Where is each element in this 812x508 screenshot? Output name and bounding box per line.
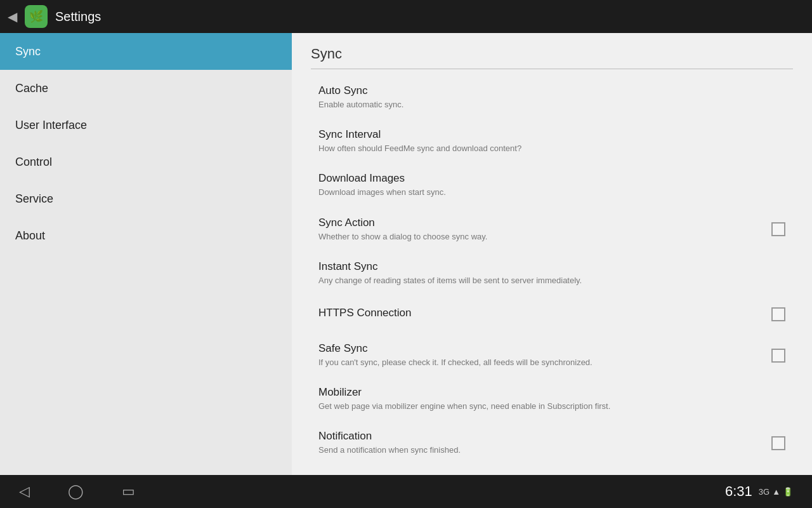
setting-desc-sync-action: Whether to show a dialog to choose sync …: [318, 231, 764, 243]
setting-desc-auto-sync: Enable automatic sync.: [318, 99, 785, 110]
sidebar-item-about[interactable]: About: [0, 217, 292, 254]
setting-text-mobilizer: MobilizerGet web page via mobilizer engi…: [318, 386, 785, 412]
sidebar-item-cache[interactable]: Cache: [0, 70, 292, 107]
setting-title-download-images: Download Images: [318, 172, 785, 185]
setting-title-sync-action: Sync Action: [318, 217, 764, 229]
setting-title-notification: Notification: [318, 430, 764, 443]
setting-text-safe-sync: Safe SyncIf you can't sync, please check…: [318, 342, 764, 368]
sidebar: SyncCacheUser InterfaceControlServiceAbo…: [0, 33, 292, 508]
nav-back-icon[interactable]: ◁: [19, 483, 30, 500]
setting-row-notification[interactable]: NotificationSend a notification when syn…: [311, 421, 793, 465]
setting-row-sync-action[interactable]: Sync ActionWhether to show a dialog to c…: [311, 208, 793, 251]
settings-list: Auto SyncEnable automatic sync.Sync Inte…: [311, 76, 793, 504]
setting-row-instant-sync[interactable]: Instant SyncAny change of reading states…: [311, 251, 793, 295]
setting-title-sync-interval: Sync Interval: [318, 128, 785, 141]
panel-title: Sync: [311, 46, 793, 62]
main-layout: SyncCacheUser InterfaceControlServiceAbo…: [0, 33, 812, 508]
nav-home-icon[interactable]: ◯: [68, 483, 84, 500]
setting-title-instant-sync: Instant Sync: [318, 260, 785, 273]
content-panel: Sync Auto SyncEnable automatic sync.Sync…: [292, 33, 812, 508]
setting-text-sync-interval: Sync IntervalHow often should FeedMe syn…: [318, 128, 785, 154]
sidebar-item-user-interface[interactable]: User Interface: [0, 107, 292, 144]
setting-desc-mobilizer: Get web page via mobilizer engine when s…: [318, 401, 785, 412]
setting-row-safe-sync[interactable]: Safe SyncIf you can't sync, please check…: [311, 333, 793, 377]
setting-desc-download-images: Download images when start sync.: [318, 187, 785, 198]
topbar-title: Settings: [55, 10, 101, 24]
panel-divider: [311, 69, 793, 69]
setting-row-auto-sync[interactable]: Auto SyncEnable automatic sync.: [311, 76, 793, 119]
signal-icon: ▲: [772, 487, 780, 497]
setting-desc-safe-sync: If you can't sync, please check it. If c…: [318, 357, 764, 368]
setting-row-https-connection[interactable]: HTTPS Connection: [311, 295, 793, 333]
topbar: ◀ 🌿 Settings: [0, 0, 812, 33]
app-icon: 🌿: [25, 5, 48, 28]
setting-checkbox-sync-action[interactable]: [771, 222, 785, 236]
sidebar-item-service[interactable]: Service: [0, 180, 292, 217]
setting-title-https-connection: HTTPS Connection: [318, 307, 764, 319]
nav-recents-icon[interactable]: ▭: [122, 483, 135, 500]
setting-title-auto-sync: Auto Sync: [318, 84, 785, 97]
network-label: 3G: [759, 487, 769, 497]
network-indicator: 3G ▲ 🔋: [759, 487, 793, 497]
topbar-back-arrow[interactable]: ◀: [8, 9, 17, 24]
setting-row-sync-interval[interactable]: Sync IntervalHow often should FeedMe syn…: [311, 119, 793, 163]
battery-icon: 🔋: [783, 487, 793, 497]
nav-icons: ◁ ◯ ▭: [19, 483, 135, 500]
setting-row-download-images[interactable]: Download ImagesDownload images when star…: [311, 163, 793, 207]
setting-checkbox-safe-sync[interactable]: [771, 349, 785, 363]
status-area: 6:31 3G ▲ 🔋: [725, 483, 793, 500]
setting-desc-sync-interval: How often should FeedMe sync and downloa…: [318, 143, 785, 154]
setting-text-sync-action: Sync ActionWhether to show a dialog to c…: [318, 217, 764, 243]
setting-text-auto-sync: Auto SyncEnable automatic sync.: [318, 84, 785, 110]
setting-title-safe-sync: Safe Sync: [318, 342, 764, 355]
setting-title-mobilizer: Mobilizer: [318, 386, 785, 399]
setting-checkbox-notification[interactable]: [771, 436, 785, 450]
clock: 6:31: [725, 483, 752, 500]
setting-text-https-connection: HTTPS Connection: [318, 307, 764, 321]
setting-desc-notification: Send a notification when sync finished.: [318, 444, 764, 456]
setting-text-instant-sync: Instant SyncAny change of reading states…: [318, 260, 785, 286]
content-inner: Sync Auto SyncEnable automatic sync.Sync…: [292, 33, 812, 508]
sidebar-item-control[interactable]: Control: [0, 144, 292, 180]
setting-checkbox-https-connection[interactable]: [771, 307, 785, 321]
bottombar: ◁ ◯ ▭ 6:31 3G ▲ 🔋: [0, 475, 812, 508]
setting-text-notification: NotificationSend a notification when syn…: [318, 430, 764, 456]
setting-desc-instant-sync: Any change of reading states of items wi…: [318, 275, 785, 286]
sidebar-item-sync[interactable]: Sync: [0, 33, 292, 70]
setting-row-mobilizer[interactable]: MobilizerGet web page via mobilizer engi…: [311, 377, 793, 421]
setting-text-download-images: Download ImagesDownload images when star…: [318, 172, 785, 198]
